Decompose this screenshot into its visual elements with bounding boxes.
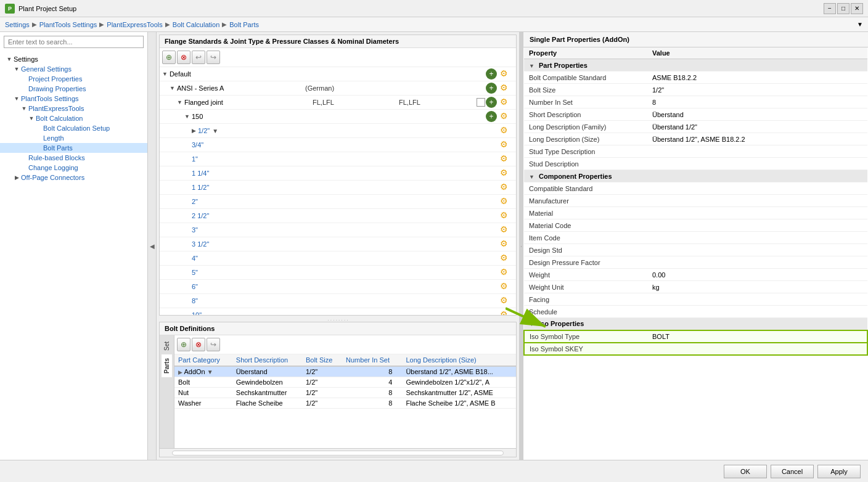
maximize-button[interactable]: □ bbox=[837, 3, 850, 14]
table-row[interactable]: 2 1/2" ⚙ bbox=[160, 209, 516, 223]
breadcrumb-settings[interactable]: Settings bbox=[5, 21, 30, 28]
collapse-settings[interactable]: ▼ bbox=[5, 56, 14, 62]
table-row[interactable]: 2" ⚙ bbox=[160, 195, 516, 209]
collapse-general[interactable]: ▼ bbox=[12, 66, 21, 72]
add-row-button[interactable]: + bbox=[486, 68, 497, 80]
table-row[interactable]: 1 1/4" ⚙ bbox=[160, 166, 516, 181]
table-row[interactable]: 8" ⚙ bbox=[160, 294, 516, 308]
breadcrumb-planttools[interactable]: PlantTools Settings bbox=[39, 21, 97, 28]
settings-row-button[interactable]: ⚙ bbox=[500, 182, 511, 193]
section-toggle[interactable]: ▼ bbox=[529, 174, 534, 180]
sidebar-item-settings[interactable]: ▼ Settings bbox=[0, 54, 147, 64]
table-row[interactable]: Number In Set 8 bbox=[524, 96, 867, 108]
sidebar-item-boltcalc[interactable]: ▼ Bolt Calculation bbox=[0, 113, 147, 123]
table-row[interactable]: Nut Sechskantmutter 1/2" 8 Sechskantmutt… bbox=[174, 388, 516, 398]
expand-icon[interactable]: ▶ bbox=[178, 369, 182, 375]
settings-row-button[interactable]: ⚙ bbox=[500, 309, 511, 315]
add-row-button[interactable]: + bbox=[486, 97, 497, 108]
delete-button[interactable]: ⊗ bbox=[177, 51, 190, 64]
settings-row-button[interactable]: ⚙ bbox=[500, 125, 511, 136]
table-row[interactable]: ▶ 1/2" ▼ ⚙ bbox=[160, 124, 516, 138]
sidebar-item-planttools[interactable]: ▼ PlantTools Settings bbox=[0, 94, 147, 104]
table-row[interactable]: Washer Flache Scheibe 1/2" 8 Flache Sche… bbox=[174, 398, 516, 409]
sidebar-item-boltparts[interactable]: Bolt Parts bbox=[0, 143, 147, 153]
table-row[interactable]: 10" ⚙ bbox=[160, 308, 516, 315]
table-row[interactable]: Material bbox=[524, 207, 867, 219]
table-row[interactable]: Stud Description bbox=[524, 158, 867, 170]
table-row[interactable]: Design Std bbox=[524, 244, 867, 256]
table-row[interactable]: ▼ Flanged joint FL,LFL FL,LFL + ⚙ bbox=[160, 96, 516, 110]
sidebar-item-offpage[interactable]: ▶ Off-Page Connectors bbox=[0, 173, 147, 182]
table-row[interactable]: Bolt Gewindebolzen 1/2" 4 Gewindebolzen … bbox=[174, 377, 516, 388]
row-checkbox[interactable] bbox=[477, 98, 485, 107]
breadcrumb-plantexpress[interactable]: PlantExpressTools bbox=[107, 21, 163, 28]
section-toggle[interactable]: ▼ bbox=[529, 63, 534, 69]
table-row[interactable]: 1 1/2" ⚙ bbox=[160, 181, 516, 195]
add-row-button[interactable]: + bbox=[486, 111, 497, 122]
table-row[interactable]: Schedule bbox=[524, 306, 867, 318]
settings-row-button[interactable]: ⚙ bbox=[500, 281, 511, 292]
sidebar-item-drawing[interactable]: Drawing Properties bbox=[0, 84, 147, 94]
settings-row-button[interactable]: ⚙ bbox=[500, 139, 511, 150]
minimize-button[interactable]: − bbox=[824, 3, 836, 14]
bolt-reset-button[interactable]: ↪ bbox=[207, 338, 220, 351]
table-row[interactable]: Weight Unit kg bbox=[524, 281, 867, 293]
redo-button[interactable]: ↪ bbox=[207, 51, 220, 64]
table-row[interactable]: 3 1/2" ⚙ bbox=[160, 237, 516, 251]
table-row[interactable]: Design Pressure Factor bbox=[524, 256, 867, 269]
dropdown-icon[interactable]: ▼ bbox=[207, 369, 213, 375]
bolt-add-button[interactable]: ⊕ bbox=[177, 338, 190, 351]
sidebar-item-project[interactable]: Project Properties bbox=[0, 74, 147, 84]
toggle-half[interactable]: ▶ bbox=[192, 128, 196, 134]
table-row[interactable]: Facing bbox=[524, 293, 867, 306]
settings-row-button[interactable]: ⚙ bbox=[500, 196, 511, 207]
settings-row-button[interactable]: ⚙ bbox=[500, 111, 511, 122]
ok-button[interactable]: OK bbox=[724, 465, 767, 478]
table-row-iso-symbol-type[interactable]: Iso Symbol Type BOLT bbox=[524, 330, 867, 343]
section-toggle[interactable]: ▼ bbox=[529, 321, 534, 327]
bolt-scrollbar[interactable] bbox=[160, 448, 516, 457]
settings-row-button[interactable]: ⚙ bbox=[500, 253, 511, 264]
toggle-ansi[interactable]: ▼ bbox=[170, 85, 175, 91]
sidebar-item-plantexpress[interactable]: ▼ PlantExpressTools bbox=[0, 104, 147, 113]
settings-row-button[interactable]: ⚙ bbox=[500, 295, 511, 306]
table-row[interactable]: 5" ⚙ bbox=[160, 266, 516, 280]
table-row[interactable]: 4" ⚙ bbox=[160, 251, 516, 266]
sidebar-collapse-handle[interactable]: ◀ bbox=[148, 32, 157, 460]
settings-row-button[interactable]: ⚙ bbox=[500, 97, 511, 108]
table-row[interactable]: ▶ AddOn ▼ Überstand 1/2" 8 Überstand 1/2… bbox=[174, 366, 516, 377]
table-row[interactable]: Manufacturer bbox=[524, 195, 867, 207]
table-row[interactable]: ▼ 150 + ⚙ bbox=[160, 110, 516, 124]
dropdown-icon[interactable]: ▼ bbox=[212, 128, 218, 134]
table-row[interactable]: Bolt Compatible Standard ASME B18.2.2 bbox=[524, 71, 867, 84]
settings-row-button[interactable]: ⚙ bbox=[500, 210, 511, 221]
table-row[interactable]: Weight 0.00 bbox=[524, 269, 867, 281]
table-row-iso-symbol-skey[interactable]: Iso Symbol SKEY bbox=[524, 343, 867, 355]
sidebar-item-general[interactable]: ▼ General Settings bbox=[0, 64, 147, 74]
table-row[interactable]: Long Description (Size) Überstand 1/2", … bbox=[524, 133, 867, 145]
bolt-delete-button[interactable]: ⊗ bbox=[192, 338, 205, 351]
settings-row-button[interactable]: ⚙ bbox=[500, 239, 511, 250]
settings-row-button[interactable]: ⚙ bbox=[500, 68, 511, 80]
table-row[interactable]: 6" ⚙ bbox=[160, 280, 516, 294]
breadcrumb-dropdown[interactable]: ▼ bbox=[857, 21, 863, 28]
apply-button[interactable]: Apply bbox=[817, 465, 861, 478]
settings-row-button[interactable]: ⚙ bbox=[500, 168, 511, 179]
toggle-flanged[interactable]: ▼ bbox=[177, 99, 182, 105]
table-row[interactable]: 3/4" ⚙ bbox=[160, 138, 516, 152]
undo-button[interactable]: ↩ bbox=[192, 51, 205, 64]
table-row[interactable]: Compatible Standard bbox=[524, 182, 867, 195]
toggle-default[interactable]: ▼ bbox=[162, 71, 168, 77]
search-input[interactable] bbox=[4, 36, 144, 48]
sidebar-item-ruleblocks[interactable]: Rule-based Blocks bbox=[0, 153, 147, 163]
settings-row-button[interactable]: ⚙ bbox=[500, 267, 511, 278]
table-row[interactable]: 1" ⚙ bbox=[160, 152, 516, 166]
cancel-button[interactable]: Cancel bbox=[771, 465, 814, 478]
settings-row-button[interactable]: ⚙ bbox=[500, 224, 511, 235]
table-row[interactable]: Item Code bbox=[524, 232, 867, 244]
sidebar-item-length[interactable]: Length bbox=[0, 133, 147, 143]
tab-parts[interactable]: Parts bbox=[162, 354, 172, 377]
close-button[interactable]: ✕ bbox=[851, 3, 863, 14]
table-row[interactable]: 3" ⚙ bbox=[160, 223, 516, 237]
table-row[interactable]: Short Description Überstand bbox=[524, 108, 867, 121]
